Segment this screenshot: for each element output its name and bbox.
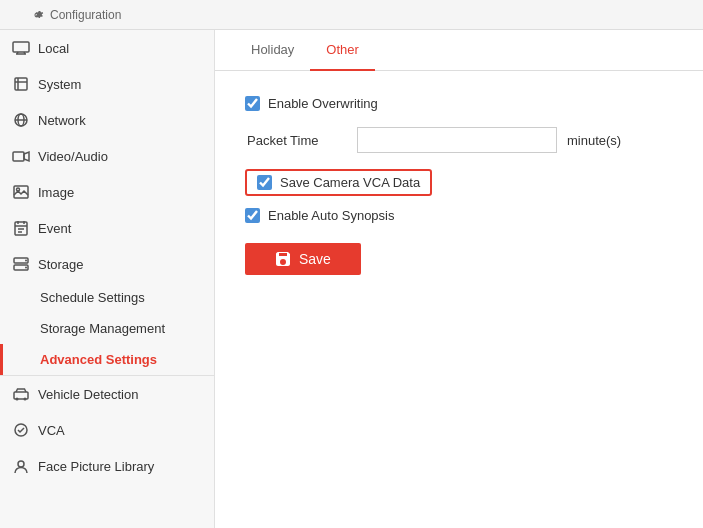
form-content: Enable Overwriting Packet Time minute(s)… [215,91,703,280]
sidebar-item-video-audio[interactable]: Video/Audio [0,138,214,174]
svg-marker-11 [24,152,29,161]
packet-time-label: Packet Time [247,133,347,148]
storage-icon [12,255,30,273]
topbar-label: Configuration [50,8,121,22]
vehicle-icon [12,385,30,403]
svg-point-26 [24,397,27,400]
sidebar-item-storage-management[interactable]: Storage Management [0,313,214,344]
sidebar-item-storage-label: Storage [38,257,84,272]
svg-point-23 [25,267,27,269]
svg-rect-4 [15,78,27,90]
sidebar-item-storage[interactable]: Storage [0,246,214,282]
save-camera-vca-data-checkbox[interactable] [257,175,272,190]
main-content: Holiday Other Enable Overwriting Packet … [215,30,703,528]
packet-time-input[interactable] [357,127,557,153]
image-icon [12,183,30,201]
sidebar-item-schedule-settings[interactable]: Schedule Settings [0,282,214,313]
event-icon [12,219,30,237]
sidebar-item-network-label: Network [38,113,86,128]
packet-time-row: Packet Time minute(s) [245,127,673,153]
sidebar-item-vca[interactable]: VCA [0,412,214,448]
svg-rect-10 [13,152,24,161]
save-camera-vca-data-highlight: Save Camera VCA Data [245,169,432,196]
enable-auto-synopsis-row: Enable Auto Synopsis [245,208,673,223]
tab-holiday[interactable]: Holiday [235,30,310,71]
config-gear-icon [30,8,44,22]
sidebar-item-vca-label: VCA [38,423,65,438]
sidebar-item-image-label: Image [38,185,74,200]
enable-overwriting-row: Enable Overwriting [245,96,673,111]
vca-icon [12,421,30,439]
svg-rect-0 [13,42,29,52]
system-icon [12,75,30,93]
svg-point-22 [25,260,27,262]
sidebar: Local System Network [0,30,215,528]
sidebar-item-event-label: Event [38,221,71,236]
monitor-icon [12,39,30,57]
sidebar-item-face-picture-library[interactable]: Face Picture Library [0,448,214,484]
face-icon [12,457,30,475]
tab-other[interactable]: Other [310,30,375,71]
top-bar: Configuration [0,0,703,30]
video-icon [12,147,30,165]
globe-icon [12,111,30,129]
sidebar-item-schedule-settings-label: Schedule Settings [40,290,145,305]
save-disk-icon [275,251,291,267]
packet-time-unit: minute(s) [567,133,621,148]
svg-point-25 [16,397,19,400]
sidebar-item-advanced-settings[interactable]: Advanced Settings [0,344,214,375]
sidebar-item-local[interactable]: Local [0,30,214,66]
sidebar-item-advanced-settings-label: Advanced Settings [40,352,157,367]
save-camera-vca-data-label: Save Camera VCA Data [280,175,420,190]
sidebar-item-image[interactable]: Image [0,174,214,210]
sidebar-item-event[interactable]: Event [0,210,214,246]
save-button-label: Save [299,251,331,267]
sidebar-item-system-label: System [38,77,81,92]
save-button[interactable]: Save [245,243,361,275]
sidebar-item-vehicle-detection[interactable]: Vehicle Detection [0,376,214,412]
sidebar-item-network[interactable]: Network [0,102,214,138]
enable-overwriting-checkbox[interactable] [245,96,260,111]
sidebar-item-vehicle-detection-label: Vehicle Detection [38,387,138,402]
sidebar-item-face-picture-library-label: Face Picture Library [38,459,154,474]
enable-auto-synopsis-label: Enable Auto Synopsis [268,208,394,223]
enable-overwriting-label: Enable Overwriting [268,96,378,111]
enable-auto-synopsis-checkbox[interactable] [245,208,260,223]
sidebar-item-storage-management-label: Storage Management [40,321,165,336]
tabs: Holiday Other [215,30,703,71]
sidebar-item-local-label: Local [38,41,69,56]
svg-point-28 [18,461,24,467]
sidebar-item-video-audio-label: Video/Audio [38,149,108,164]
sidebar-item-system[interactable]: System [0,66,214,102]
